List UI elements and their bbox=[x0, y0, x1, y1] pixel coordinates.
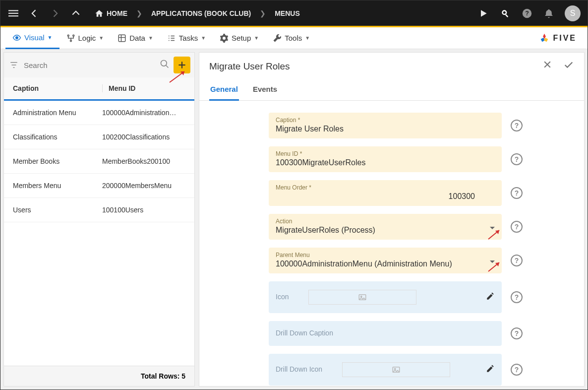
svg-point-8 bbox=[16, 36, 18, 39]
breadcrumb: HOME ❯ APPLICATIONS (BOOK CLUB) ❯ MENUS bbox=[95, 9, 300, 18]
field-icon[interactable]: Icon bbox=[269, 281, 502, 313]
help-iconfield-icon[interactable]: ? bbox=[511, 291, 523, 303]
cell-caption: Users bbox=[13, 206, 102, 214]
image-placeholder-icon bbox=[308, 290, 416, 305]
svg-point-9 bbox=[67, 35, 69, 36]
tab-tools-label: Tools bbox=[285, 34, 302, 42]
tab-general[interactable]: General bbox=[209, 80, 239, 101]
close-icon[interactable] bbox=[542, 60, 552, 73]
help-icon[interactable]: ? bbox=[521, 7, 533, 19]
tab-data[interactable]: Data▼ bbox=[111, 27, 160, 49]
tab-tasks[interactable]: Tasks▼ bbox=[160, 27, 213, 49]
svg-line-16 bbox=[166, 65, 169, 68]
svg-rect-0 bbox=[8, 10, 18, 11]
help-parent-icon[interactable]: ? bbox=[511, 255, 523, 266]
table-row[interactable]: Administration Menu100000Administration… bbox=[4, 101, 194, 125]
help-menuid-icon[interactable]: ? bbox=[511, 153, 523, 165]
field-drillicon[interactable]: Drill Down Icon bbox=[269, 354, 502, 386]
chevron-right-icon: ❯ bbox=[136, 9, 142, 17]
field-menuid[interactable]: Menu ID * 100300MigrateUserRoles bbox=[269, 146, 502, 172]
cell-menuid: 100100Users bbox=[102, 206, 185, 214]
help-menuorder-icon[interactable]: ? bbox=[511, 187, 523, 199]
forward-icon[interactable] bbox=[49, 7, 61, 19]
help-drillcaption-icon[interactable]: ? bbox=[511, 327, 523, 339]
search-magnify-icon[interactable] bbox=[499, 7, 511, 19]
breadcrumb-section[interactable]: MENUS bbox=[275, 9, 300, 17]
tab-logic-label: Logic bbox=[78, 34, 96, 42]
cell-menuid: MemberBooks200100 bbox=[102, 157, 185, 165]
add-button[interactable] bbox=[174, 57, 190, 73]
back-icon[interactable] bbox=[28, 7, 40, 19]
table-header: Caption Menu ID bbox=[4, 77, 194, 101]
cell-menuid: 100200Classifications bbox=[102, 133, 185, 141]
help-caption-icon[interactable]: ? bbox=[511, 120, 523, 131]
breadcrumb-home-label: HOME bbox=[107, 9, 127, 17]
cell-caption: Classifications bbox=[13, 133, 102, 141]
svg-point-15 bbox=[161, 61, 167, 66]
col-caption[interactable]: Caption bbox=[13, 84, 102, 92]
search-icon[interactable] bbox=[160, 59, 170, 71]
col-menuid[interactable]: Menu ID bbox=[102, 84, 185, 92]
svg-text:?: ? bbox=[525, 10, 529, 17]
field-action[interactable]: Action MigrateUserRoles (Process) bbox=[269, 214, 502, 240]
svg-point-5 bbox=[503, 11, 506, 13]
filter-icon[interactable] bbox=[8, 61, 20, 69]
cell-menuid: 200000MembersMenu bbox=[102, 182, 185, 190]
chevron-right-icon: ❯ bbox=[260, 9, 266, 17]
cell-caption: Administration Menu bbox=[13, 109, 102, 117]
check-icon[interactable] bbox=[563, 60, 574, 73]
help-action-icon[interactable]: ? bbox=[511, 221, 523, 233]
edit-icon[interactable] bbox=[486, 292, 495, 303]
up-icon[interactable] bbox=[70, 7, 82, 19]
svg-point-24 bbox=[395, 368, 396, 369]
table-row[interactable]: Users100100Users bbox=[4, 198, 194, 222]
tab-setup[interactable]: Setup▼ bbox=[213, 27, 266, 49]
cell-caption: Member Books bbox=[13, 157, 102, 165]
tab-events[interactable]: Events bbox=[252, 80, 278, 100]
breadcrumb-app[interactable]: APPLICATIONS (BOOK CLUB) bbox=[151, 9, 251, 17]
table-row[interactable]: Classifications100200Classifications bbox=[4, 125, 194, 149]
svg-point-22 bbox=[361, 296, 362, 297]
field-menuorder[interactable]: Menu Order * 100300 bbox=[269, 180, 502, 206]
hamburger-icon[interactable] bbox=[7, 7, 19, 19]
svg-point-10 bbox=[72, 35, 74, 36]
tab-visual[interactable]: Visual▼ bbox=[5, 28, 59, 49]
tab-tasks-label: Tasks bbox=[179, 34, 198, 42]
form-panel: Migrate User Roles General Events Captio… bbox=[199, 52, 585, 387]
tab-data-label: Data bbox=[129, 34, 145, 42]
avatar[interactable]: S bbox=[565, 5, 581, 21]
tab-visual-label: Visual bbox=[24, 33, 45, 42]
cell-caption: Members Menu bbox=[13, 182, 102, 190]
tab-tools[interactable]: Tools▼ bbox=[266, 27, 317, 49]
total-rows: Total Rows: 5 bbox=[4, 366, 194, 386]
form-title: Migrate User Roles bbox=[209, 61, 290, 72]
field-caption[interactable]: Caption * Migrate User Roles bbox=[269, 113, 502, 138]
field-drillcaption[interactable]: Drill Down Caption bbox=[269, 321, 502, 346]
breadcrumb-home[interactable]: HOME bbox=[95, 9, 127, 18]
svg-rect-1 bbox=[8, 12, 18, 13]
brand-logo: FIVE bbox=[539, 33, 583, 44]
field-parent[interactable]: Parent Menu 100000AdministrationMenu (Ad… bbox=[269, 248, 502, 273]
svg-rect-2 bbox=[8, 15, 18, 16]
svg-point-11 bbox=[70, 40, 71, 41]
table-row[interactable]: Members Menu200000MembersMenu bbox=[4, 174, 194, 198]
bell-icon[interactable] bbox=[543, 7, 555, 19]
table-row[interactable]: Member BooksMemberBooks200100 bbox=[4, 149, 194, 174]
svg-rect-12 bbox=[119, 35, 126, 42]
play-icon[interactable] bbox=[477, 7, 489, 19]
cell-menuid: 100000Administration… bbox=[102, 109, 185, 117]
tab-setup-label: Setup bbox=[232, 34, 251, 42]
brand-logo-text: FIVE bbox=[553, 34, 577, 43]
svg-rect-4 bbox=[505, 14, 508, 17]
image-placeholder-drillicon bbox=[342, 362, 450, 377]
search-input[interactable] bbox=[24, 61, 156, 69]
edit-drillicon[interactable] bbox=[486, 364, 495, 375]
list-panel: Caption Menu ID Administration Menu10000… bbox=[3, 52, 195, 387]
tab-logic[interactable]: Logic▼ bbox=[59, 27, 111, 49]
help-drillicon-icon[interactable]: ? bbox=[511, 364, 523, 376]
